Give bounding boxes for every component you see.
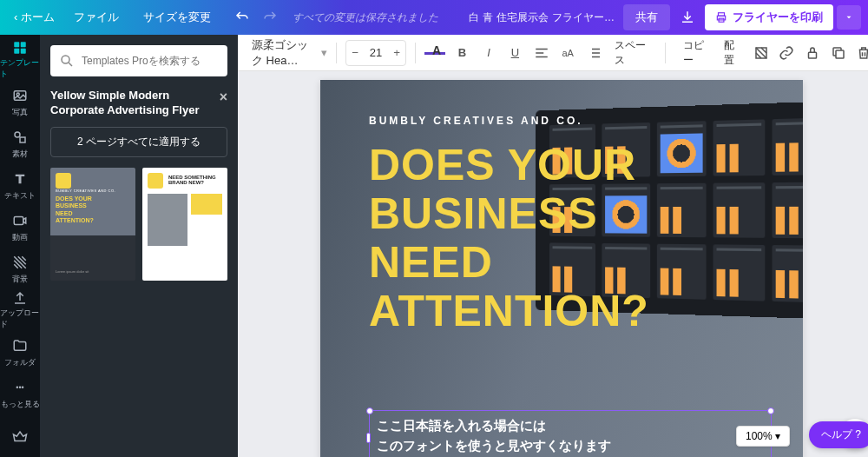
- rail-background[interactable]: 背景: [0, 248, 40, 288]
- template-thumb-1[interactable]: BUMBLY CREATIVES AND CO. DOES YOUR BUSIN…: [50, 168, 135, 281]
- share-button[interactable]: 共有: [623, 4, 670, 30]
- breadcrumb[interactable]: 住宅展示会: [496, 10, 549, 25]
- spacing-button[interactable]: スペース: [609, 35, 656, 71]
- copy-button[interactable]: コピー: [678, 35, 715, 71]
- bold-button[interactable]: B: [450, 40, 473, 66]
- file-menu[interactable]: ファイル: [62, 3, 131, 32]
- resize-handle[interactable]: [767, 407, 774, 414]
- size-minus[interactable]: −: [346, 41, 364, 65]
- svg-point-9: [15, 132, 20, 137]
- rail-more[interactable]: •••もっと見る: [0, 374, 40, 414]
- resize-menu[interactable]: サイズを変更: [131, 3, 223, 32]
- rail-folder[interactable]: フォルダ: [0, 332, 40, 372]
- underline-button[interactable]: U: [503, 40, 526, 66]
- svg-rect-5: [14, 49, 19, 54]
- breadcrumb[interactable]: 青: [483, 10, 493, 25]
- brand-text[interactable]: BUMBLY CREATIVES AND CO.: [369, 115, 583, 127]
- help-button[interactable]: ヘルプ ?: [809, 421, 868, 448]
- rail-video[interactable]: 動画: [0, 207, 40, 247]
- print-dropdown[interactable]: [837, 5, 861, 30]
- breadcrumb[interactable]: 白: [469, 10, 479, 25]
- design-page[interactable]: BUMBLY CREATIVES AND CO. DOES YOUR BUSIN…: [320, 80, 803, 457]
- search-icon: [59, 53, 75, 69]
- rail-crown-icon[interactable]: [3, 421, 36, 457]
- text-color[interactable]: A: [424, 40, 447, 66]
- side-panel: Yellow Simple Modern Corporate Advertisi…: [40, 35, 238, 457]
- breadcrumb[interactable]: フライヤー…: [552, 10, 615, 25]
- align-button[interactable]: [530, 40, 553, 66]
- editable-text[interactable]: ここ日本語を入れる場合にはこのフォントを使うと見やすくなります: [377, 416, 764, 455]
- close-icon[interactable]: ×: [220, 89, 227, 107]
- selected-text-box[interactable]: ここ日本語を入れる場合にはこのフォントを使うと見やすくなります ⟲: [369, 410, 772, 457]
- svg-rect-14: [809, 52, 817, 58]
- rail-elements[interactable]: 素材: [0, 123, 40, 163]
- search-field[interactable]: [82, 55, 219, 67]
- topbar: ‹ ホーム ファイル サイズを変更 すべての変更は保存されました 白 青 住宅展…: [0, 0, 868, 35]
- resize-handle[interactable]: [366, 407, 373, 414]
- case-button[interactable]: aA: [556, 40, 579, 66]
- svg-point-12: [62, 56, 69, 63]
- svg-rect-3: [14, 42, 19, 47]
- canvas-scroll[interactable]: BUMBLY CREATIVES AND CO. DOES YOUR BUSIN…: [238, 71, 868, 457]
- headline-text[interactable]: DOES YOUR BUSINESS NEED ATTENTION?: [369, 141, 649, 335]
- undo-icon[interactable]: [230, 5, 254, 30]
- canvas-area: 源柔ゴシック Hea…▾ −21+ A B I U aA スペース コピー 配置: [238, 35, 868, 457]
- rail-templates[interactable]: テンプレート: [0, 40, 40, 80]
- template-title: Yellow Simple Modern Corporate Advertisi…: [50, 89, 227, 118]
- rail-text[interactable]: テキスト: [0, 165, 40, 205]
- back-button[interactable]: ‹ ホーム: [7, 6, 62, 29]
- download-icon[interactable]: [675, 5, 700, 30]
- resize-handle[interactable]: [366, 433, 371, 443]
- svg-rect-11: [14, 216, 23, 224]
- lock-icon[interactable]: [801, 40, 824, 66]
- svg-rect-6: [21, 49, 26, 54]
- svg-point-8: [16, 93, 19, 96]
- delete-icon[interactable]: [852, 40, 868, 66]
- arrange-button[interactable]: 配置: [719, 35, 746, 71]
- zoom-control[interactable]: 100% ▾: [736, 426, 790, 447]
- duplicate-icon[interactable]: [827, 40, 850, 66]
- template-thumb-2[interactable]: NEED SOMETHING BRAND NEW?: [142, 168, 227, 281]
- svg-rect-15: [836, 50, 844, 58]
- rail-upload[interactable]: アップロード: [0, 290, 40, 330]
- redo-icon[interactable]: [258, 5, 282, 30]
- rail-photos[interactable]: 写真: [0, 82, 40, 122]
- link-icon[interactable]: [776, 40, 799, 66]
- side-rail: テンプレート 写真 素材 テキスト 動画 背景 アップロード フォルダ •••も…: [0, 35, 40, 457]
- apply-all-button[interactable]: 2 ページすべてに適用する: [50, 127, 227, 157]
- size-plus[interactable]: +: [388, 41, 405, 65]
- print-button[interactable]: フライヤーを印刷: [705, 4, 833, 30]
- text-toolbar: 源柔ゴシック Hea…▾ −21+ A B I U aA スペース コピー 配置: [238, 35, 868, 71]
- font-size[interactable]: −21+: [345, 40, 406, 66]
- search-input[interactable]: [50, 45, 227, 76]
- transparency-icon[interactable]: [750, 40, 773, 66]
- svg-rect-4: [21, 42, 26, 47]
- save-status: すべての変更は保存されました: [293, 10, 438, 25]
- list-button[interactable]: [582, 40, 605, 66]
- italic-button[interactable]: I: [477, 40, 500, 66]
- svg-rect-10: [20, 137, 25, 142]
- font-select[interactable]: 源柔ゴシック Hea…: [248, 34, 318, 72]
